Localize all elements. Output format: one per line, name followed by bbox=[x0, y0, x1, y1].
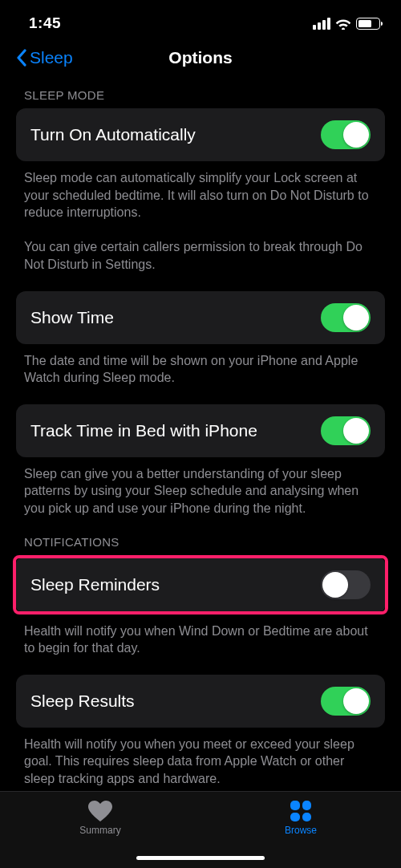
sleep-reminders-row: Sleep Reminders bbox=[16, 558, 385, 611]
turn-on-automatically-row: Turn On Automatically bbox=[16, 108, 385, 161]
status-time: 1:45 bbox=[29, 14, 61, 32]
track-time-footer: Sleep can give you a better understandin… bbox=[24, 465, 377, 517]
wifi-icon bbox=[335, 18, 351, 30]
tab-browse-label: Browse bbox=[285, 825, 317, 836]
highlight-annotation: Sleep Reminders bbox=[13, 555, 388, 614]
section-header-notifications: NOTIFICATIONS bbox=[24, 535, 377, 549]
section-header-sleep-mode: SLEEP MODE bbox=[24, 88, 377, 102]
tab-summary-label: Summary bbox=[79, 825, 120, 836]
sleep-reminders-footer: Health will notify you when Wind Down or… bbox=[24, 623, 377, 657]
sleep-results-footer: Health will notify you when you meet or … bbox=[24, 736, 377, 788]
page-title: Options bbox=[168, 48, 232, 67]
turn-on-automatically-footer: Sleep mode can automatically simplify yo… bbox=[24, 169, 377, 274]
track-time-row: Track Time in Bed with iPhone bbox=[16, 404, 385, 457]
content: SLEEP MODE Turn On Automatically Sleep m… bbox=[0, 88, 401, 788]
nav-bar: Sleep Options bbox=[0, 39, 401, 79]
track-time-label: Track Time in Bed with iPhone bbox=[30, 421, 257, 440]
sleep-reminders-toggle[interactable] bbox=[321, 570, 371, 599]
show-time-label: Show Time bbox=[30, 308, 114, 327]
cellular-icon bbox=[313, 18, 330, 30]
back-button[interactable]: Sleep bbox=[16, 48, 73, 67]
chevron-left-icon bbox=[16, 49, 27, 67]
sleep-results-label: Sleep Results bbox=[30, 692, 135, 711]
heart-icon bbox=[88, 800, 112, 822]
show-time-row: Show Time bbox=[16, 291, 385, 344]
sleep-results-row: Sleep Results bbox=[16, 675, 385, 728]
grid-icon bbox=[289, 800, 313, 822]
show-time-toggle[interactable] bbox=[321, 303, 371, 332]
turn-on-automatically-toggle[interactable] bbox=[321, 120, 371, 149]
home-indicator[interactable] bbox=[136, 856, 265, 860]
sleep-reminders-label: Sleep Reminders bbox=[30, 575, 160, 594]
sleep-results-toggle[interactable] bbox=[321, 687, 371, 716]
show-time-footer: The date and time will be shown on your … bbox=[24, 352, 377, 387]
back-label: Sleep bbox=[30, 48, 73, 67]
status-bar: 1:45 bbox=[0, 0, 401, 39]
tab-summary[interactable]: Summary bbox=[0, 800, 200, 836]
track-time-toggle[interactable] bbox=[321, 416, 371, 445]
turn-on-automatically-label: Turn On Automatically bbox=[30, 125, 196, 144]
status-indicators bbox=[313, 18, 380, 30]
tab-browse[interactable]: Browse bbox=[200, 800, 401, 836]
battery-icon bbox=[356, 18, 380, 30]
